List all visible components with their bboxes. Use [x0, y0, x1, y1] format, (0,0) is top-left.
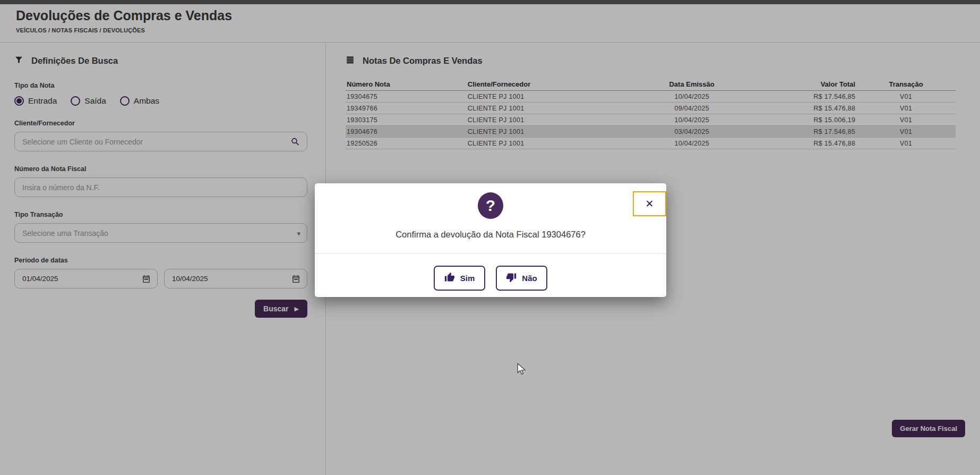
yes-button[interactable]: Sim: [434, 266, 485, 291]
question-icon: ?: [478, 192, 503, 219]
app-window: Devoluções de Compras e Vendas VEÍCULOS …: [0, 0, 980, 475]
no-button-label: Não: [522, 274, 537, 283]
thumb-down-icon: [506, 272, 517, 284]
modal-divider: [315, 253, 666, 254]
confirm-dialog: ✕ ? Confirma a devolução da Nota Fiscal …: [315, 183, 666, 297]
no-button[interactable]: Não: [496, 266, 547, 291]
yes-button-label: Sim: [460, 274, 475, 283]
close-button[interactable]: ✕: [633, 191, 666, 216]
thumb-up-icon: [444, 272, 455, 284]
confirm-message: Confirma a devolução da Nota Fiscal 1930…: [315, 230, 666, 240]
close-icon: ✕: [646, 198, 654, 210]
modal-actions: Sim Não: [315, 266, 666, 291]
